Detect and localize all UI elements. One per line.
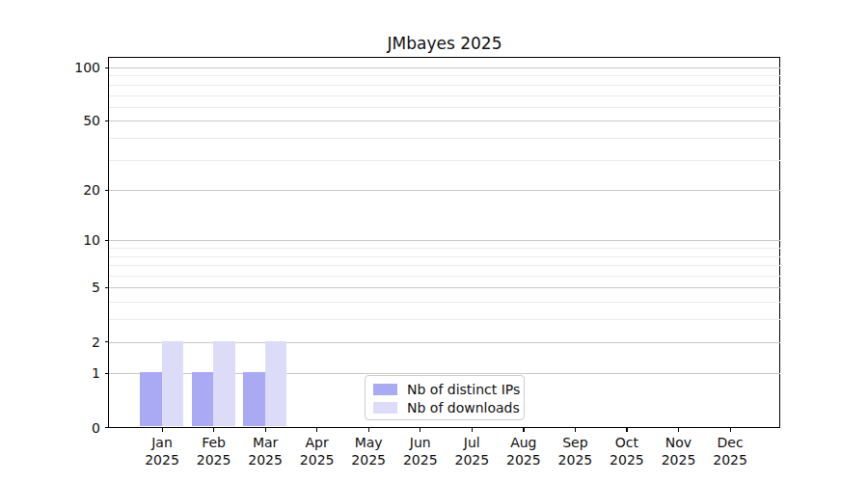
gridline-minor <box>109 75 780 76</box>
y-tick-mark <box>105 120 109 121</box>
legend-label-downloads: Nb of downloads <box>407 400 520 415</box>
x-tick-mark <box>523 428 524 432</box>
gridline-major <box>109 287 780 288</box>
y-tick-label: 1 <box>0 364 100 382</box>
y-tick-label: 2 <box>0 334 100 351</box>
y-tick-label: 5 <box>0 279 100 296</box>
gridline-minor <box>109 256 780 257</box>
y-tick-label: 0 <box>0 419 100 437</box>
x-tick-mark <box>420 428 420 432</box>
x-tick-mark <box>265 428 266 432</box>
y-tick-label: 50 <box>0 112 100 129</box>
legend-swatch-downloads <box>373 402 397 414</box>
gridline-major <box>109 120 780 121</box>
chart-title: JMbayes 2025 <box>109 34 780 53</box>
y-tick-label: 10 <box>0 231 100 249</box>
legend-swatch-distinct-ips <box>373 384 397 395</box>
y-tick-mark <box>105 240 109 241</box>
y-tick-mark <box>105 190 109 191</box>
legend-label-distinct-ips: Nb of distinct IPs <box>407 382 520 397</box>
legend-item-downloads: Nb of downloads <box>366 398 524 416</box>
bar-distinct-ips <box>140 372 162 426</box>
x-tick-mark <box>368 428 369 432</box>
x-tick-mark <box>730 428 731 432</box>
x-tick-mark <box>575 428 576 432</box>
gridline-minor <box>109 160 780 161</box>
bar-downloads <box>265 341 287 427</box>
gridline-minor <box>109 107 780 108</box>
gridline-minor <box>109 85 780 86</box>
y-tick-label: 20 <box>0 181 100 199</box>
bar-distinct-ips <box>192 372 214 426</box>
y-tick-mark <box>105 341 109 342</box>
y-tick-mark <box>105 287 109 288</box>
gridline-minor <box>109 276 780 277</box>
gridline-minor <box>109 319 780 320</box>
x-tick-mark <box>213 428 214 432</box>
gridline-minor <box>109 302 780 303</box>
y-tick-label: 100 <box>0 59 100 76</box>
gridline-minor <box>109 265 780 266</box>
x-tick-mark <box>316 428 317 432</box>
bar-downloads <box>213 341 235 427</box>
y-tick-mark <box>105 427 109 428</box>
y-tick-mark <box>105 373 109 374</box>
x-tick-label: Dec 2025 <box>699 434 761 469</box>
gridline-major <box>109 240 780 241</box>
gridline-minor <box>109 95 780 96</box>
chart-figure: JMbayes 2025 Nb of distinct IPs Nb of do… <box>0 0 868 482</box>
gridline-minor <box>109 248 780 249</box>
x-tick-mark <box>678 428 679 432</box>
x-tick-mark <box>626 428 627 432</box>
x-tick-mark <box>472 428 473 432</box>
gridline-major <box>109 190 780 191</box>
gridline-major <box>109 67 780 68</box>
gridline-minor <box>109 138 780 139</box>
y-tick-mark <box>105 67 109 68</box>
gridline-major <box>109 342 780 343</box>
legend-item-distinct-ips: Nb of distinct IPs <box>366 380 524 398</box>
bar-downloads <box>162 341 184 427</box>
x-tick-mark <box>162 428 163 432</box>
bar-distinct-ips <box>243 372 265 426</box>
legend: Nb of distinct IPs Nb of downloads <box>365 375 525 420</box>
